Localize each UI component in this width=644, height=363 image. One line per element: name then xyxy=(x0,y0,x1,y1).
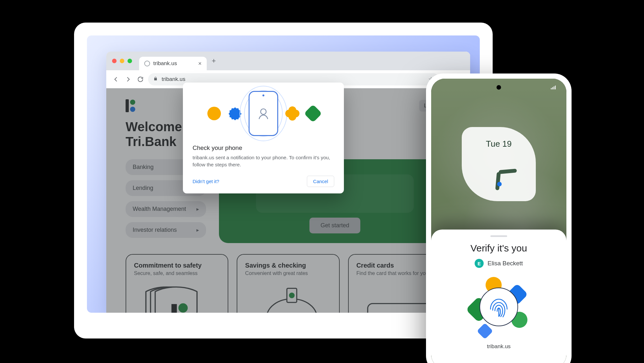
nav-back-icon[interactable] xyxy=(111,75,120,84)
phone-outline-icon xyxy=(249,91,278,136)
didnt-get-it-link[interactable]: Didn't get it? xyxy=(193,179,219,184)
orange-quatrefoil-icon xyxy=(285,106,299,121)
new-tab-button[interactable]: + xyxy=(209,56,218,65)
window-traffic-lights xyxy=(112,59,132,63)
browser-tab-strip: tribank.us × + xyxy=(106,52,470,70)
window-close-dot[interactable] xyxy=(112,59,117,63)
nav-forward-icon[interactable] xyxy=(124,75,133,84)
browser-tab-active[interactable]: tribank.us × xyxy=(139,57,207,70)
nav-reload-icon[interactable] xyxy=(136,75,145,84)
dialog-illustration xyxy=(193,91,334,136)
account-avatar: E xyxy=(475,259,484,268)
account-row[interactable]: E Elisa Beckett xyxy=(475,259,523,268)
account-name: Elisa Beckett xyxy=(488,260,523,267)
phone-screen: Tue 19 Verify it's you E Elisa Beckett xyxy=(431,79,566,363)
dialog-body: tribank.us sent a notification to your p… xyxy=(193,154,334,169)
lock-icon xyxy=(153,76,158,83)
tab-favicon xyxy=(144,61,150,66)
fingerprint-illustration[interactable] xyxy=(468,276,529,338)
check-phone-dialog: Check your phone tribank.us sent a notif… xyxy=(183,83,344,193)
tab-close-icon[interactable]: × xyxy=(198,61,202,66)
front-camera-icon xyxy=(497,85,501,90)
address-bar-url: tribank.us xyxy=(162,76,185,83)
clock-hands-icon xyxy=(479,151,518,190)
orange-circle-icon xyxy=(207,107,221,120)
tab-title: tribank.us xyxy=(153,60,177,67)
sheet-title: Verify it's you xyxy=(470,243,527,254)
window-minimize-dot[interactable] xyxy=(120,59,124,63)
lockscreen-clock: Tue 19 xyxy=(462,127,536,201)
sheet-grabber[interactable] xyxy=(490,235,507,237)
dialog-title: Check your phone xyxy=(193,144,334,152)
green-diamond-icon xyxy=(304,104,322,123)
browser-window: tribank.us × + xyxy=(106,52,470,313)
phone-device: Tue 19 Verify it's you E Elisa Beckett xyxy=(426,74,572,363)
lockscreen-date: Tue 19 xyxy=(486,139,512,149)
window-zoom-dot[interactable] xyxy=(128,59,132,63)
cancel-button[interactable]: Cancel xyxy=(307,176,334,187)
svg-point-12 xyxy=(260,109,266,114)
fingerprint-icon xyxy=(479,288,518,326)
verify-bottom-sheet: Verify it's you E Elisa Beckett xyxy=(431,230,566,363)
laptop-screen: tribank.us × + xyxy=(87,35,480,313)
status-bar-battery-icon xyxy=(550,85,557,92)
sheet-origin: tribank.us xyxy=(487,343,511,350)
